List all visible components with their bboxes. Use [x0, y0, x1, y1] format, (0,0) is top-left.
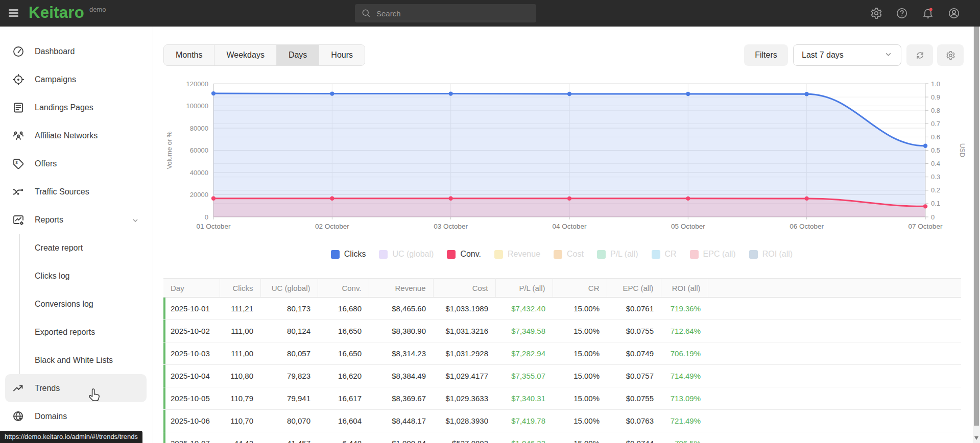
legend-item-revenue[interactable]: Revenue [494, 250, 540, 259]
column-header[interactable]: Conv. [318, 279, 369, 298]
sidebar-item-label: Affiliate Networks [35, 131, 98, 140]
tab-months[interactable]: Months [164, 45, 214, 65]
table-cell: $7,432.40 [495, 298, 553, 320]
sidebar-item-conversions-log[interactable]: Conversions log [20, 290, 153, 318]
table-cell: 16,680 [318, 298, 369, 320]
sidebar-item-exported-reports[interactable]: Exported reports [20, 318, 153, 346]
legend-item-cost[interactable]: Cost [554, 250, 584, 259]
svg-text:0.4: 0.4 [931, 160, 940, 167]
legend-label: CR [665, 250, 677, 259]
svg-text:0.5: 0.5 [931, 146, 940, 154]
table-cell: 111,00 [220, 320, 260, 342]
table-cell: 2025-10-03 [163, 342, 220, 365]
legend-label: EPC (all) [703, 250, 736, 259]
table-header-row: DayClicksUC (global)Conv.RevenueCostP/L … [163, 279, 961, 298]
scrollbar-down-arrow-icon[interactable] [974, 436, 978, 440]
notifications-icon[interactable] [922, 7, 934, 19]
table-row: 2025-10-01111,2180,17316,680$8,465.60$1,… [163, 298, 961, 320]
table-cell: 706.19% [661, 342, 708, 365]
table-cell: 44,42 [220, 432, 260, 443]
tab-weekdays[interactable]: Weekdays [214, 45, 276, 65]
brand-logo: Keitaro [29, 4, 84, 22]
sidebar-item-landings-pages[interactable]: Landings Pages [0, 93, 153, 121]
sidebar-item-traffic-sources[interactable]: Traffic Sources [0, 178, 153, 206]
legend-label: Conv. [460, 250, 481, 259]
svg-text:60000: 60000 [190, 146, 208, 154]
legend-swatch [652, 250, 660, 259]
sidebar-item-black-and-white-lists[interactable]: Black and White Lists [20, 346, 153, 374]
table-cell: $0.0763 [607, 410, 661, 432]
table-cell: 16,620 [318, 365, 369, 387]
sidebar-item-trends[interactable]: Trends [5, 374, 147, 402]
sidebar-item-domains[interactable]: Domains [0, 402, 153, 430]
table-cell: 712.64% [661, 320, 708, 342]
table-cell: 15.00% [553, 365, 607, 387]
table-cell: 2025-10-06 [163, 410, 220, 432]
column-header[interactable]: EPC (all) [607, 279, 661, 298]
brand-badge: demo [89, 6, 106, 13]
table-cell: $1,031.3216 [433, 320, 495, 342]
column-header[interactable]: UC (global) [260, 279, 318, 298]
brand[interactable]: Keitaro demo [29, 4, 106, 22]
svg-text:100000: 100000 [186, 102, 208, 110]
table-cell: 16,650 [318, 342, 369, 365]
legend-item-uc-global[interactable]: UC (global) [379, 250, 434, 259]
account-icon[interactable] [948, 7, 960, 19]
top-bar: Keitaro demo [0, 0, 980, 27]
legend-item-cr[interactable]: CR [652, 250, 677, 259]
filters-button[interactable]: Filters [744, 44, 788, 66]
table-cell: $8,369.67 [369, 387, 433, 410]
table-cell: 16,604 [318, 410, 369, 432]
settings-icon[interactable] [870, 7, 882, 19]
sidebar-item-affiliate-networks[interactable]: Affiliate Networks [0, 121, 153, 150]
table-cell: $7,282.94 [495, 342, 553, 365]
sidebar-item-dashboard[interactable]: Dashboard [0, 37, 153, 65]
table-cell: 15.00% [553, 387, 607, 410]
legend-item-epc-all[interactable]: EPC (all) [690, 250, 736, 259]
search-box[interactable] [355, 4, 536, 22]
help-icon[interactable] [896, 7, 908, 19]
legend-swatch [554, 250, 562, 259]
sidebar-item-reports[interactable]: Reports [0, 206, 153, 234]
column-header[interactable]: Revenue [369, 279, 433, 298]
legend-item-conv[interactable]: Conv. [447, 250, 481, 259]
legend-label: Revenue [508, 250, 540, 259]
tab-days[interactable]: Days [276, 45, 319, 65]
sidebar-item-create-report[interactable]: Create report [20, 234, 153, 262]
sidebar-item-campaigns[interactable]: Campaigns [0, 65, 153, 93]
sidebar-item-clicks-log[interactable]: Clicks log [20, 262, 153, 290]
table-cell: $8,380.90 [369, 320, 433, 342]
column-header[interactable]: Day [163, 279, 220, 298]
legend-label: Clicks [344, 250, 366, 259]
legend-item-clicks[interactable]: Clicks [331, 250, 366, 259]
refresh-button[interactable] [906, 44, 933, 66]
column-header[interactable]: P/L (all) [495, 279, 553, 298]
vertical-scrollbar[interactable] [973, 27, 980, 443]
legend-item-roi-all[interactable]: ROI (all) [749, 250, 793, 259]
table-cell: 80,057 [260, 342, 318, 365]
table-cell: 110,70 [220, 410, 260, 432]
legend-item-p-l-all[interactable]: P/L (all) [597, 250, 638, 259]
column-header[interactable]: Clicks [220, 279, 260, 298]
table-cell: 110,79 [220, 387, 260, 410]
table-cell: $0.0749 [607, 342, 661, 365]
chevron-down-icon [884, 50, 893, 61]
sidebar-item-label: Domains [35, 412, 67, 421]
hamburger-menu-icon[interactable] [9, 8, 21, 19]
svg-text:0: 0 [205, 213, 208, 221]
search-input[interactable] [376, 9, 519, 18]
scrollbar-thumb[interactable] [974, 27, 979, 426]
sidebar-item-offers[interactable]: $ Offers [0, 150, 153, 178]
landing-pages-icon [12, 102, 25, 114]
svg-text:Volume or %: Volume or % [165, 131, 173, 169]
svg-text:07 October: 07 October [909, 223, 943, 230]
sidebar-item-label: Reports [35, 215, 63, 225]
chart-settings-button[interactable] [937, 44, 964, 66]
column-header[interactable]: Cost [433, 279, 495, 298]
date-range-select[interactable]: Last 7 days [793, 44, 901, 66]
view-tabs: Months Weekdays Days Hours [163, 44, 365, 66]
column-header[interactable]: ROI (all) [661, 279, 708, 298]
tab-hours[interactable]: Hours [319, 45, 365, 65]
column-header[interactable]: CR [553, 279, 607, 298]
column-filler [708, 279, 961, 298]
